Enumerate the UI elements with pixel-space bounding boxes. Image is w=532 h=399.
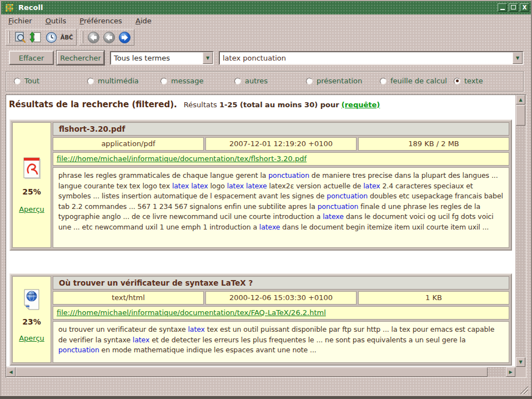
menu-preferences[interactable]: Préférences xyxy=(74,14,127,27)
result-mime: application/pdf xyxy=(53,137,204,151)
first-page-icon xyxy=(87,31,100,44)
preview-link[interactable]: Aperçu xyxy=(19,334,44,342)
toolbar: ÂBĈ xyxy=(1,28,531,46)
result-abstract: ou trouver un verificateur de syntaxe la… xyxy=(53,321,509,363)
radio-icon[interactable] xyxy=(306,78,313,84)
result-url-link[interactable]: file:///home/michael/informatique/docume… xyxy=(57,154,307,163)
menubar: Fichier Outils Préférences Aide xyxy=(1,14,531,27)
close-button[interactable]: X xyxy=(520,3,529,12)
search-button[interactable]: Rechercher xyxy=(57,51,104,65)
document-preview-icon xyxy=(14,31,27,44)
filter-autres[interactable]: autres xyxy=(234,77,268,85)
category-filter-group: Tout multimédia message autres présentat… xyxy=(6,71,524,92)
chevron-down-icon[interactable]: ▼ xyxy=(513,52,523,64)
html-file-icon xyxy=(22,289,41,310)
minimize-icon xyxy=(500,9,505,10)
horizontal-scrollbar[interactable]: ◀ ▶ xyxy=(6,367,515,377)
scroll-right-button[interactable]: ▶ xyxy=(506,367,515,377)
maximize-icon xyxy=(511,5,516,9)
radio-icon[interactable] xyxy=(14,78,21,84)
toolbar-grip[interactable] xyxy=(8,31,10,43)
result-url-cell: file:///home/michael/informatique/docume… xyxy=(53,306,509,320)
results-header: Résultats de la recherche (filtered). Ré… xyxy=(9,99,380,109)
search-mode-value: Tous les termes xyxy=(111,52,203,64)
minimize-button[interactable] xyxy=(498,3,507,12)
recoll-window: Recoll X Fichier Outils Préférences Aide xyxy=(0,0,532,399)
radio-icon[interactable] xyxy=(454,78,460,84)
history-icon xyxy=(45,31,58,44)
update-index-button[interactable] xyxy=(28,30,43,44)
menu-aide[interactable]: Aide xyxy=(130,14,157,27)
scroll-up-button[interactable]: ▲ xyxy=(516,95,525,104)
radio-icon[interactable] xyxy=(87,78,94,84)
result-item-1: 25% Aperçu flshort-3.20.pdf application/… xyxy=(9,119,512,251)
menu-fichier[interactable]: Fichier xyxy=(3,14,38,27)
result-details: flshort-3.20.pdf application/pdf 2007-12… xyxy=(53,122,509,248)
vertical-scrollbar[interactable]: ▲ ▼ xyxy=(515,95,526,367)
previous-page-button[interactable] xyxy=(101,30,117,44)
result-date: 2000-12-06 15:03:30 +0100 xyxy=(205,291,357,305)
result-side-panel: 23% Aperçu xyxy=(12,276,51,363)
result-mime: text/html xyxy=(53,291,204,305)
radio-icon[interactable] xyxy=(380,78,387,84)
result-item-2: 23% Aperçu Où trouver un vérificateur de… xyxy=(9,273,512,366)
result-size: 189 KB / 2 MB xyxy=(358,137,509,151)
result-meta-row: application/pdf 2007-12-01 12:19:20 +010… xyxy=(53,137,509,151)
query-details-link[interactable]: (requête) xyxy=(342,101,380,109)
filter-feuille-de-calcul[interactable]: feuille de calcul xyxy=(380,77,447,85)
scrollbar-corner xyxy=(515,367,526,377)
result-title: flshort-3.20.pdf xyxy=(53,122,509,136)
result-url-cell: file:///home/michael/informatique/docume… xyxy=(53,152,509,166)
results-title: Résultats de la recherche (filtered). xyxy=(9,99,177,109)
filter-tout[interactable]: Tout xyxy=(14,77,39,85)
resize-grip-icon[interactable] xyxy=(520,386,528,394)
result-size: 1 KB xyxy=(358,291,509,305)
update-index-icon xyxy=(29,31,42,44)
document-preview-button[interactable] xyxy=(12,30,28,44)
preview-link[interactable]: Aperçu xyxy=(19,205,44,213)
chevron-down-icon[interactable]: ▼ xyxy=(203,52,213,64)
filter-multimedia[interactable]: multimédia xyxy=(87,77,139,85)
scroll-down-button[interactable]: ▼ xyxy=(516,357,525,367)
radio-icon[interactable] xyxy=(160,78,167,84)
relevance-percent: 25% xyxy=(22,187,41,196)
titlebar[interactable]: Recoll X xyxy=(1,1,531,14)
history-button[interactable] xyxy=(43,30,59,44)
term-explorer-icon: ÂBĈ xyxy=(61,34,73,41)
query-input[interactable] xyxy=(220,52,513,64)
result-url-link[interactable]: file:///home/michael/informatique/docume… xyxy=(57,308,326,317)
pdf-file-icon xyxy=(22,157,41,179)
result-side-panel: 25% Aperçu xyxy=(12,122,51,248)
window-bottom-edge xyxy=(0,396,532,399)
results-range: 1-25 (total au moins 30) pour xyxy=(219,101,339,109)
next-page-icon xyxy=(118,31,131,44)
radio-icon[interactable] xyxy=(234,78,241,84)
result-date: 2007-12-01 12:19:20 +0100 xyxy=(205,137,357,151)
result-title: Où trouver un vérificateur de syntaxe La… xyxy=(53,276,509,290)
scroll-left-button[interactable]: ◀ xyxy=(6,367,16,377)
vertical-scroll-thumb[interactable] xyxy=(516,105,525,126)
menu-outils[interactable]: Outils xyxy=(40,14,72,27)
query-combobox: ▼ xyxy=(219,51,524,65)
next-page-button[interactable] xyxy=(117,30,132,44)
results-list: Résultats de la recherche (filtered). Ré… xyxy=(6,95,515,367)
search-mode-select[interactable]: Tous les termes ▼ xyxy=(110,51,214,65)
filter-message[interactable]: message xyxy=(160,77,203,85)
filter-texte[interactable]: texte xyxy=(454,77,483,85)
first-page-button[interactable] xyxy=(86,30,101,44)
relevance-percent: 23% xyxy=(22,317,41,326)
filter-presentation[interactable]: présentation xyxy=(306,77,362,85)
status-bar xyxy=(1,379,531,396)
clear-button[interactable]: Effacer xyxy=(9,51,54,65)
recoll-app-icon xyxy=(5,3,14,12)
toolbar-group-main: ÂBĈ xyxy=(6,29,77,46)
result-details: Où trouver un vérificateur de syntaxe La… xyxy=(53,276,509,363)
results-scrollframe: Résultats de la recherche (filtered). Ré… xyxy=(6,94,526,378)
previous-page-icon xyxy=(103,31,116,44)
result-abstract: phrase les regles grammaticales de chaqu… xyxy=(53,167,509,248)
term-explorer-button[interactable]: ÂBĈ xyxy=(59,30,74,44)
toolbar-grip[interactable] xyxy=(82,31,83,43)
maximize-button[interactable] xyxy=(509,3,518,12)
window-title: Recoll xyxy=(18,1,43,14)
horizontal-scroll-thumb[interactable] xyxy=(16,367,488,377)
